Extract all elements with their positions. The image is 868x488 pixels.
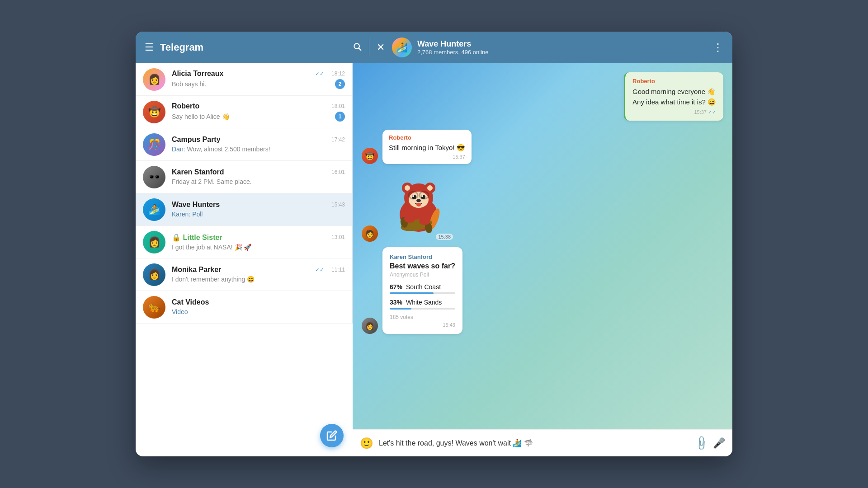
svg-point-7 — [412, 195, 414, 197]
poll-time: 15:43 — [390, 322, 455, 328]
input-area: 🙂 📎 🎤 — [353, 429, 732, 456]
chat-preview: Friday at 2 PM. Same place. — [172, 178, 252, 185]
chat-info: Cat Videos Video — [172, 298, 345, 316]
chat-header-info: Wave Hunters 2,768 members, 496 online — [417, 39, 712, 56]
emoji-button[interactable]: 🙂 — [360, 437, 373, 450]
chat-time: 17:42 — [331, 136, 345, 143]
chat-name: Roberto — [172, 102, 199, 110]
avatar: 🤠 — [362, 148, 378, 164]
chat-info: Monika Parker ✓✓ 11:11 I don't remember … — [172, 266, 345, 283]
avatar: 🏄 — [143, 198, 165, 221]
bubble: Roberto Still morning in Tokyo! 😎 15:37 — [382, 130, 472, 164]
chat-header-sub: 2,768 members, 496 online — [417, 49, 712, 56]
chat-name-row: Wave Hunters 15:43 — [172, 201, 345, 209]
list-item[interactable]: 🎊 Campus Party 17:42 Dan: Wow, almost 2,… — [136, 128, 352, 161]
svg-line-1 — [359, 48, 361, 50]
search-icon[interactable] — [353, 42, 362, 53]
avatar: 👩 — [143, 231, 165, 253]
msg-row: 🤠 Roberto Still morning in Tokyo! 😎 15:3… — [362, 130, 723, 164]
chat-name: Cat Videos — [172, 298, 209, 306]
chat-preview: Say hello to Alice 👋 — [172, 113, 230, 120]
poll-pct: 67% — [390, 283, 406, 291]
sticker-time: 15:38 — [436, 234, 453, 240]
list-item[interactable]: 👩 🔒 Little Sister 13:01 I got the job at… — [136, 226, 352, 258]
bubble-time: 15:37 — [389, 154, 465, 160]
sidebar: 👩 Alicia Torreaux ✓✓ 18:12 Bob says hi. … — [136, 63, 353, 324]
poll-pct: 33% — [390, 299, 406, 306]
bubble-outgoing: Roberto Good morning everyone 👋Any idea … — [624, 72, 723, 121]
message-input[interactable] — [379, 439, 690, 447]
chat-name-row: Campus Party 17:42 — [172, 136, 345, 144]
chat-time: 11:11 — [331, 267, 345, 273]
chat-preview: Dan: Wow, almost 2,500 members! — [172, 145, 270, 153]
svg-point-14 — [427, 185, 433, 191]
list-item[interactable]: 🏄 Wave Hunters 15:43 Karen: Poll — [136, 193, 352, 226]
bubble-text: Good morning everyone 👋Any idea what tim… — [632, 87, 716, 107]
chat-name: Karen Stanford — [172, 168, 224, 176]
svg-point-12 — [405, 185, 410, 191]
mic-button[interactable]: 🎤 — [713, 437, 725, 449]
check-mark: ✓✓ — [315, 267, 324, 273]
more-icon[interactable]: ⋮ — [712, 41, 723, 54]
avatar: 🐆 — [143, 296, 165, 319]
bubble-time: 15:37 ✓✓ — [632, 109, 716, 115]
chat-name-row: Monika Parker ✓✓ 11:11 — [172, 266, 345, 274]
poll-label: White Sands — [406, 299, 442, 306]
svg-point-22 — [419, 218, 430, 225]
chat-messages: Roberto Good morning everyone 👋Any idea … — [353, 63, 732, 429]
chat-name: Monika Parker — [172, 266, 221, 274]
bubble-sender: Roberto — [389, 134, 465, 141]
poll-option-row: 67% South Coast — [390, 283, 455, 291]
list-item[interactable]: 👩 Monika Parker ✓✓ 11:11 I don't remembe… — [136, 258, 352, 291]
chat-area: Roberto Good morning everyone 👋Any idea … — [353, 63, 732, 456]
poll-option-row: 33% White Sands — [390, 299, 455, 306]
chat-preview: I don't remember anything 😄 — [172, 276, 255, 283]
svg-point-9 — [416, 199, 421, 202]
avatar: 🎊 — [143, 133, 165, 156]
poll-option[interactable]: 67% South Coast — [390, 283, 455, 294]
chat-info: Roberto 18:01 Say hello to Alice 👋 1 — [172, 102, 345, 122]
list-item[interactable]: 🕶️ Karen Stanford 16:01 Friday at 2 PM. … — [136, 161, 352, 193]
chat-name-row: Karen Stanford 16:01 — [172, 168, 345, 176]
menu-icon[interactable]: ☰ — [145, 42, 154, 52]
check-mark: ✓✓ — [315, 70, 324, 77]
attach-button[interactable]: 📎 — [693, 435, 710, 451]
poll-question: Best waves so far? — [390, 262, 455, 270]
sticker-image: 15:38 — [382, 169, 455, 242]
chat-name: Alicia Torreaux — [172, 70, 223, 78]
compose-button[interactable] — [320, 424, 344, 447]
avatar: 🤠 — [143, 101, 165, 123]
header-left: ☰ Telegram — [145, 42, 362, 53]
main: 👩 Alicia Torreaux ✓✓ 18:12 Bob says hi. … — [136, 63, 732, 456]
app-title: Telegram — [160, 42, 203, 53]
list-item[interactable]: 🐆 Cat Videos Video — [136, 291, 352, 324]
close-icon[interactable]: ✕ — [377, 42, 385, 53]
header: ☰ Telegram ✕ 🏄 Wave Hunters 2,768 member… — [136, 32, 732, 63]
poll-sender: Karen Stanford — [390, 253, 455, 260]
chat-header: 🏄 Wave Hunters 2,768 members, 496 online — [392, 38, 712, 57]
chat-info: 🔒 Little Sister 13:01 I got the job at N… — [172, 233, 345, 251]
badge: 2 — [335, 79, 345, 89]
list-item[interactable]: 🤠 Roberto 18:01 Say hello to Alice 👋 1 — [136, 96, 352, 128]
poll-bar-fill — [390, 292, 434, 294]
chat-name-row: Cat Videos — [172, 298, 345, 306]
avatar: 👩 — [143, 263, 165, 286]
chat-name-row: Alicia Torreaux ✓✓ 18:12 — [172, 70, 345, 78]
header-divider — [369, 38, 369, 56]
chat-avatar-header: 🏄 — [392, 38, 412, 57]
chat-preview: Bob says hi. — [172, 80, 206, 88]
chat-time: 15:43 — [331, 202, 345, 208]
chat-preview: Karen: Poll — [172, 211, 203, 218]
svg-point-8 — [421, 195, 423, 197]
poll-votes: 185 votes — [390, 314, 455, 320]
sticker: 15:38 — [382, 169, 455, 242]
poll-option[interactable]: 33% White Sands — [390, 299, 455, 310]
avatar: 🧑 — [362, 225, 378, 242]
chat-preview: I got the job at NASA! 🎉 🚀 — [172, 244, 251, 251]
poll-bar-track — [390, 308, 455, 310]
list-item[interactable]: 👩 Alicia Torreaux ✓✓ 18:12 Bob says hi. … — [136, 63, 352, 96]
chat-preview: Video — [172, 308, 188, 315]
chat-info: Campus Party 17:42 Dan: Wow, almost 2,50… — [172, 136, 345, 153]
svg-point-10 — [416, 203, 421, 206]
sidebar-wrapper: 👩 Alicia Torreaux ✓✓ 18:12 Bob says hi. … — [136, 63, 353, 456]
